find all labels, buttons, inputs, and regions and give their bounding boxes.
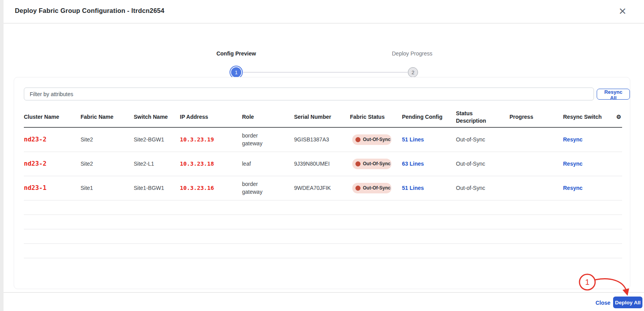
serial-number: 9WDEA70JFIK: [294, 184, 350, 192]
page-background-edge: [0, 0, 4, 311]
config-preview-panel: Resync All Cluster Name Fabric Name Swit…: [14, 77, 630, 289]
empty-table-row: [24, 244, 622, 258]
empty-table-row: [24, 200, 622, 215]
wizard-stepper: 1 Config Preview 2 Deploy Progress: [4, 33, 644, 64]
ip-address: 10.3.23.16: [180, 184, 242, 192]
role: border gateway: [242, 132, 294, 147]
col-fabric-status: Fabric Status: [350, 113, 402, 121]
empty-table-row: [24, 229, 622, 244]
fabric-name: Site2: [81, 160, 134, 168]
fabric-status: Out-Of-Sync: [350, 183, 402, 193]
resync-all-button[interactable]: Resync All: [597, 89, 630, 100]
stepper-connector-line: [243, 72, 407, 73]
pending-config-link[interactable]: 51 Lines: [402, 185, 424, 191]
empty-table-row: [24, 215, 622, 229]
col-progress: Progress: [509, 113, 563, 121]
deploy-all-button[interactable]: Deploy All: [613, 297, 642, 308]
pending-config: 51 Lines: [402, 184, 456, 192]
step-2-circle[interactable]: 2: [408, 67, 418, 77]
col-ip-address: IP Address: [180, 113, 242, 121]
out-of-sync-badge: Out-Of-Sync: [352, 183, 391, 193]
table-row: nd23-2 Site2 Site2-BGW1 10.3.23.19 borde…: [24, 128, 622, 152]
fabric-name: Site2: [81, 136, 134, 144]
switch-name: Site1-BGW1: [134, 184, 180, 192]
resync-switch: Resync: [563, 184, 616, 192]
resync-link[interactable]: Resync: [563, 136, 583, 143]
col-fabric-name: Fabric Name: [81, 113, 134, 121]
switch-name: Site2-BGW1: [134, 136, 180, 144]
filter-input[interactable]: [24, 88, 594, 100]
fabric-status: Out-Of-Sync: [350, 134, 402, 145]
close-button[interactable]: Close: [596, 300, 610, 306]
col-cluster-name: Cluster Name: [24, 113, 81, 121]
pending-config-link[interactable]: 51 Lines: [402, 136, 424, 143]
ip-address: 10.3.23.19: [180, 136, 242, 143]
dialog-title: Deploy Fabric Group Configuration - ltrd…: [15, 7, 164, 14]
role: border gateway: [242, 181, 294, 196]
status-description: Out-of-Sync: [456, 160, 509, 168]
cluster-name: nd23-1: [24, 184, 81, 192]
pending-config: 63 Lines: [402, 160, 456, 168]
step-1-label: Config Preview: [193, 50, 279, 57]
table-row: nd23-2 Site2 Site2-L1 10.3.23.18 leaf 9J…: [24, 152, 622, 176]
col-serial-number: Serial Number: [294, 113, 350, 121]
pending-config: 51 Lines: [402, 136, 456, 144]
resync-switch: Resync: [563, 160, 616, 168]
resync-link[interactable]: Resync: [563, 161, 583, 167]
role: leaf: [242, 160, 294, 168]
serial-number: 9J39N80UMEI: [294, 160, 350, 168]
status-dot-icon: [355, 186, 361, 191]
col-switch-name: Switch Name: [134, 113, 180, 121]
cluster-name: nd23-2: [24, 159, 81, 168]
col-pending-config: Pending Config: [402, 113, 456, 121]
dialog-footer: Close Deploy All: [4, 292, 644, 311]
out-of-sync-badge: Out-Of-Sync: [352, 159, 391, 169]
col-resync-switch: Resync Switch: [563, 113, 616, 121]
pending-config-link[interactable]: 63 Lines: [402, 161, 424, 167]
deploy-fabric-group-dialog: Deploy Fabric Group Configuration - ltrd…: [4, 0, 644, 311]
table-row: nd23-1 Site1 Site1-BGW1 10.3.23.16 borde…: [24, 176, 622, 200]
out-of-sync-badge: Out-Of-Sync: [352, 134, 391, 145]
fabric-name: Site1: [81, 184, 134, 192]
status-dot-icon: [355, 137, 361, 142]
serial-number: 9GISB1387A3: [294, 136, 350, 144]
table-header-row: Cluster Name Fabric Name Switch Name IP …: [24, 107, 622, 128]
col-status-description: Status Description: [456, 110, 509, 125]
cluster-name: nd23-2: [24, 135, 81, 144]
status-dot-icon: [355, 161, 361, 166]
dialog-header: Deploy Fabric Group Configuration - ltrd…: [4, 0, 644, 23]
table-settings-gear-icon[interactable]: ⚙: [616, 113, 623, 121]
switch-name: Site2-L1: [134, 160, 180, 168]
resync-link[interactable]: Resync: [563, 185, 583, 191]
resync-switch: Resync: [563, 136, 616, 144]
status-description: Out-of-Sync: [456, 136, 509, 144]
col-role: Role: [242, 113, 294, 121]
ip-address: 10.3.23.18: [180, 160, 242, 168]
step-1-circle[interactable]: 1: [231, 67, 241, 77]
step-2-label: Deploy Progress: [369, 50, 455, 57]
close-icon[interactable]: ×: [614, 2, 631, 20]
status-description: Out-of-Sync: [456, 184, 509, 192]
fabric-status: Out-Of-Sync: [350, 159, 402, 169]
switches-table: Cluster Name Fabric Name Switch Name IP …: [24, 107, 622, 258]
